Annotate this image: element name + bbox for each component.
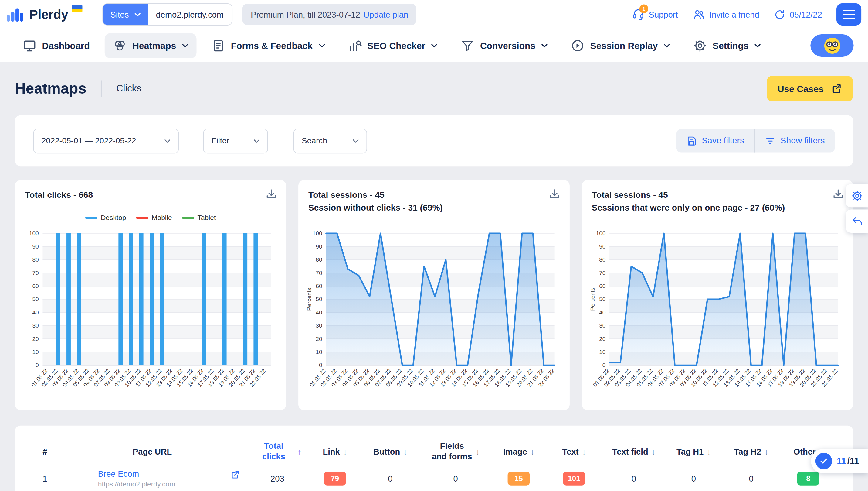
check-circle-icon <box>815 453 832 469</box>
column-header-text[interactable]: Text↓ <box>546 437 603 466</box>
chart-title: Total clicks - 668 <box>25 190 93 200</box>
settings-gear-button[interactable] <box>846 184 868 207</box>
external-link-icon[interactable] <box>230 470 240 480</box>
progress-current: 11 <box>837 456 846 466</box>
floating-tools <box>846 184 868 233</box>
column-header-label: Tag H1 <box>677 446 704 457</box>
menu-button[interactable] <box>836 3 861 26</box>
sort-down-icon: ↓ <box>765 447 769 456</box>
nav-item-settings[interactable]: Settings <box>685 33 769 58</box>
people-icon <box>692 8 705 20</box>
legend-label: Tablet <box>197 214 216 222</box>
current-site-domain[interactable]: demo2.plerdy.com <box>148 4 232 25</box>
undo-button[interactable] <box>846 209 868 233</box>
show-filters-button[interactable]: Show filters <box>755 136 835 146</box>
svg-text:Percents: Percents <box>590 288 596 311</box>
chart-subtitle: Sessions that were only on one page - 27… <box>592 203 785 213</box>
column-header-total-clicks[interactable]: Total clicks↑ <box>246 437 308 466</box>
support-link[interactable]: 1 Support <box>632 8 678 20</box>
hamburger-icon <box>843 10 855 11</box>
column-header-label: Page URL <box>133 446 172 457</box>
filter-icon <box>765 136 776 146</box>
dashboard-icon <box>23 38 37 53</box>
chart-subtitle: Session without clicks - 31 (69%) <box>308 203 443 213</box>
page-url-cell: Bree Ecomhttps://demo2.plerdy.com <box>58 469 246 488</box>
svg-text:100: 100 <box>29 230 39 236</box>
sites-selector: Sites demo2.plerdy.com <box>102 3 232 26</box>
user-avatar[interactable] <box>810 34 854 57</box>
svg-text:30: 30 <box>599 322 606 329</box>
table-cell: 101 <box>546 471 603 486</box>
date-range-select[interactable]: 2022-05-01 — 2022-05-22 <box>33 128 179 153</box>
svg-text:60: 60 <box>599 283 606 289</box>
undo-arrow-icon <box>851 215 863 227</box>
save-filters-button[interactable]: Save filters <box>676 136 754 146</box>
download-icon[interactable] <box>264 187 278 201</box>
avatar-face-icon <box>824 37 841 54</box>
nav-item-dashboard[interactable]: Dashboard <box>14 33 98 58</box>
invite-friend-link[interactable]: Invite a friend <box>692 8 760 20</box>
svg-text:30: 30 <box>316 322 322 329</box>
use-cases-button[interactable]: Use Cases <box>766 76 853 102</box>
seo-icon <box>348 38 362 53</box>
nav-item-label: Heatmaps <box>132 40 176 51</box>
date-refresh-link[interactable]: 05/12/22 <box>774 8 822 20</box>
sites-button[interactable]: Sites <box>103 4 148 25</box>
svg-text:80: 80 <box>599 256 606 263</box>
svg-text:30: 30 <box>32 322 38 329</box>
column-header-tag-h1[interactable]: Tag H1↓ <box>665 437 723 466</box>
column-header-text-field[interactable]: Text field↓ <box>603 437 665 466</box>
table-header-row: #Page URLTotal clicks↑Link↓Button↓Fields… <box>32 437 836 466</box>
chart-title: Total sessions - 45 <box>308 190 384 200</box>
download-icon[interactable] <box>548 187 562 201</box>
column-header-button[interactable]: Button↓ <box>362 437 419 466</box>
svg-text:20: 20 <box>316 336 322 342</box>
column-header-link[interactable]: Link↓ <box>308 437 362 466</box>
table-row: 1Bree Ecomhttps://demo2.plerdy.com203790… <box>32 469 836 488</box>
table-cell: 8 <box>780 471 836 486</box>
column-header-tag-h2[interactable]: Tag H2↓ <box>722 437 780 466</box>
svg-text:40: 40 <box>32 309 38 316</box>
plan-text: Premium Plan, till 2023-07-12 <box>251 10 360 19</box>
svg-text:80: 80 <box>32 256 38 263</box>
chart-body-0: 010203040506070809010001.05.2202.05.2203… <box>23 229 275 407</box>
nav-item-heatmaps[interactable]: Heatmaps <box>105 33 197 58</box>
svg-text:60: 60 <box>32 283 38 289</box>
legend-label: Mobile <box>151 214 172 222</box>
plerdy-logo-text: Plerdy <box>29 1 68 28</box>
filters-card: 2022-05-01 — 2022-05-22 Filter Search Sa… <box>15 115 853 166</box>
filter-select[interactable]: Filter <box>203 128 268 153</box>
chevron-down-icon <box>319 44 325 48</box>
column-header-fields-and-forms[interactable]: Fields and forms↓ <box>419 437 492 466</box>
svg-text:90: 90 <box>316 243 322 250</box>
chevron-down-icon <box>664 44 670 48</box>
column-header-image[interactable]: Image↓ <box>492 437 546 466</box>
svg-text:10: 10 <box>599 349 606 355</box>
sort-down-icon: ↓ <box>652 447 656 456</box>
search-select[interactable]: Search <box>293 128 367 153</box>
svg-text:80: 80 <box>316 256 322 263</box>
column-header-page-url[interactable]: Page URL <box>58 437 246 466</box>
download-icon[interactable] <box>831 187 845 201</box>
nav-item-session-replay[interactable]: Session Replay <box>563 33 678 58</box>
svg-text:70: 70 <box>32 270 38 276</box>
rows-progress-badge[interactable]: 11 /11 <box>811 449 868 473</box>
nav-item-label: SEO Checker <box>368 40 426 51</box>
update-plan-link[interactable]: Update plan <box>364 10 408 19</box>
nav-item-conversions[interactable]: Conversions <box>453 33 556 58</box>
legend-label: Desktop <box>101 214 126 222</box>
svg-text:100: 100 <box>313 230 322 236</box>
legend-item-desktop: Desktop <box>85 214 126 222</box>
nav-item-seo-checker[interactable]: SEO Checker <box>340 33 445 58</box>
sort-down-icon: ↓ <box>403 447 407 456</box>
title-divider <box>101 80 102 97</box>
conversions-icon <box>461 38 475 53</box>
main-nav-items: DashboardHeatmapsForms & FeedbackSEO Che… <box>14 33 769 58</box>
nav-item-forms-feedback[interactable]: Forms & Feedback <box>203 33 333 58</box>
legend-swatch <box>136 216 148 219</box>
plerdy-logo[interactable]: Plerdy <box>7 1 83 28</box>
page-link[interactable]: Bree Ecom <box>98 469 175 478</box>
chevron-down-icon <box>164 139 170 143</box>
column-header-[interactable]: # <box>32 437 58 466</box>
table-cell: 79 <box>308 471 362 486</box>
